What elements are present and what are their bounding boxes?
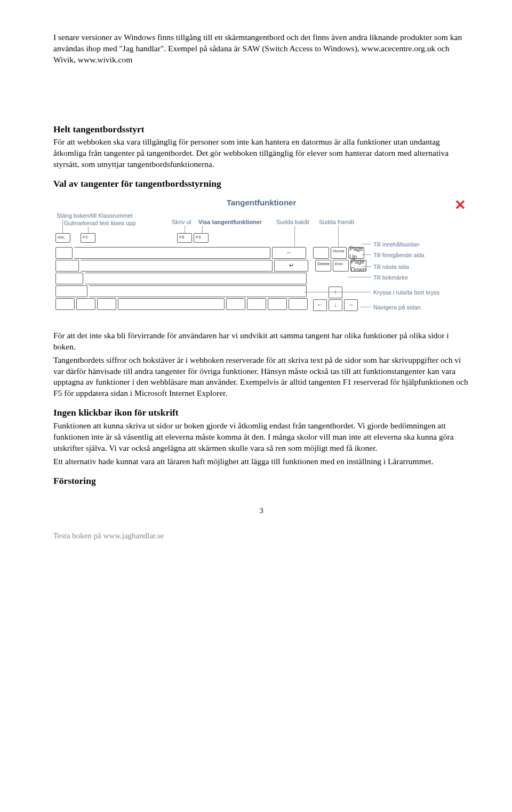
leader-line (185, 226, 185, 233)
key-down: ↓ (329, 299, 342, 311)
key-blank (55, 273, 83, 284)
label-kryssa: Kryssa i ruta/ta bort kryss (373, 289, 439, 297)
heading-ingen-klickbar-ikon: Ingen klickbar ikon för utskrift (53, 407, 469, 419)
key-up: ↑ (329, 286, 342, 298)
fn-key-row2: F8 F9 (177, 233, 210, 243)
paragraph-after-1: För att det inte ska bli förvirrande för… (53, 330, 469, 353)
key-blank (268, 298, 287, 310)
key-end: End (333, 260, 349, 272)
key-blank (55, 298, 75, 310)
leader-line (304, 292, 371, 292)
key-left: ← (313, 299, 327, 311)
key-blank (55, 285, 87, 297)
heading-helt-tangentbordsstyrt: Helt tangentbordsstyrt (53, 123, 469, 136)
leader-line (362, 244, 371, 244)
label-bokmarke: Till bokmärke (373, 274, 408, 282)
label-stang-boken: Stäng boken/till Klassrummet (57, 212, 132, 220)
key-pgdn: Page Down (350, 260, 366, 272)
key-blank (81, 260, 273, 272)
key-blank (55, 260, 79, 272)
paragraph-after-2: Tangentbordets siffror och bokstäver är … (53, 355, 469, 400)
key-esc: esc (55, 233, 70, 243)
label-sudda-bakat: Sudda bakåt (276, 218, 309, 226)
key-blank (247, 298, 266, 310)
keyboard-diagram: Tangentfunktioner ✕ Stäng boken/till Kla… (53, 194, 469, 323)
leader-line (202, 226, 203, 233)
key-backspace: ← (272, 247, 306, 259)
key-blank (89, 285, 307, 297)
key-right: → (344, 299, 358, 311)
key-blank (85, 273, 307, 284)
diagram-title: Tangentfunktioner (227, 197, 297, 208)
leader-line (62, 219, 63, 233)
heading-val-tangenter: Val av tangenter för tangentbordsstyrnin… (53, 178, 469, 190)
diagram-header: Tangentfunktioner ✕ (53, 194, 469, 212)
kbd-row-1: ← Home Page Up (55, 247, 366, 259)
paragraph-s3-2: Ett alternativ hade kunnat vara att lära… (53, 456, 469, 467)
label-skriv-ut: Skriv ut (172, 218, 191, 226)
spacer (53, 68, 469, 116)
paragraph-s1: För att webboken ska vara tillgänglig fö… (53, 137, 469, 170)
label-foregaende-sida: Till föregående sida (373, 251, 425, 259)
key-blank (97, 298, 116, 310)
key-space (118, 298, 225, 310)
key-enter: ↵ (274, 260, 308, 272)
heading-forstoring: Förstoring (53, 475, 469, 488)
key-blank (55, 247, 73, 259)
label-gulmarkerad: Gulmarkerad text läses upp (64, 219, 136, 227)
label-innehallssidan: Till innehållssidan (373, 241, 419, 249)
leader-line (338, 226, 339, 248)
kbd-row-5 (55, 298, 309, 310)
arrow-bottom-row: ← ↓ → (313, 299, 359, 311)
key-f8: F8 (177, 233, 192, 243)
kbd-row-3 (55, 273, 308, 284)
key-f9: F9 (194, 233, 209, 243)
label-sudda-framat: Sudda framåt (319, 218, 354, 226)
footer-text: Testa boken på www.jaghandlar.se (53, 530, 469, 541)
intro-paragraph: I senare versioner av Windows finns till… (53, 32, 469, 66)
leader-line (361, 307, 371, 307)
leader-line (362, 266, 371, 267)
leader-line (88, 227, 89, 233)
page-number: 3 (53, 505, 469, 516)
kbd-row-2: ↵ Delete End Page Down (55, 260, 368, 272)
fn-key-row: esc F2 (55, 233, 97, 243)
key-insert (313, 247, 329, 259)
key-blank (76, 298, 95, 310)
key-f2: F2 (81, 233, 95, 243)
key-blank (289, 298, 308, 310)
kbd-row-4 (55, 285, 308, 297)
key-delete: Delete (315, 260, 331, 272)
leader-line (362, 254, 371, 255)
label-visa-tangentfunktioner: Visa tangentfunktioner (198, 218, 262, 226)
key-pgup: Page Up (348, 247, 364, 259)
label-nasta-sida: Till nästa sida (373, 263, 409, 271)
key-home: Home (331, 247, 347, 259)
leader-line (348, 277, 371, 277)
arrow-up-row: ↑ (329, 286, 344, 298)
key-blank (74, 247, 270, 259)
key-blank (226, 298, 245, 310)
label-navigera: Navigera på sidan (373, 304, 421, 312)
leader-line (294, 226, 295, 248)
keyboard-layout: Stäng boken/till Klassrummet Skriv ut Vi… (53, 212, 469, 323)
paragraph-s3-1: Funktionen att kunna skriva ut sidor ur … (53, 420, 469, 454)
